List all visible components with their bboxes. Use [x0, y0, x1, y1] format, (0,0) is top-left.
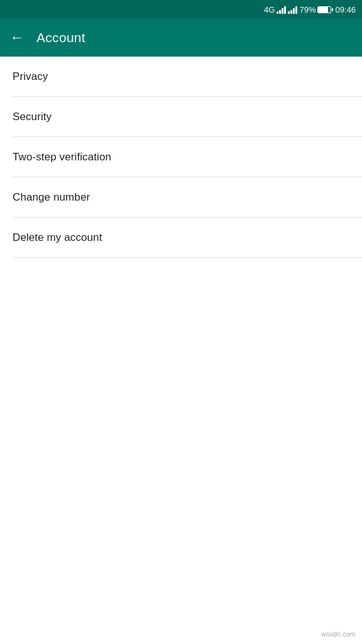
menu-item-privacy[interactable]: Privacy — [0, 57, 362, 97]
status-bar: 4G 79% 09:46 — [0, 0, 362, 19]
menu-list: Privacy Security Two-step verification C… — [0, 57, 362, 258]
signal-icon-1 — [277, 5, 286, 14]
watermark: wsxdn.com — [321, 630, 356, 638]
page-title: Account — [36, 30, 85, 45]
signal-icon-2 — [288, 5, 297, 14]
menu-item-label-two-step: Two-step verification — [13, 151, 111, 164]
menu-item-label-change-number: Change number — [13, 191, 90, 204]
app-bar: ← Account — [0, 19, 362, 57]
menu-item-two-step-verification[interactable]: Two-step verification — [0, 137, 362, 177]
menu-item-label-delete-account: Delete my account — [13, 231, 102, 244]
menu-item-label-privacy: Privacy — [13, 70, 48, 83]
back-arrow-icon[interactable]: ← — [10, 30, 24, 46]
menu-item-delete-account[interactable]: Delete my account — [0, 218, 362, 258]
network-label: 4G — [264, 5, 275, 14]
status-icons: 4G 79% 09:46 — [264, 5, 356, 14]
menu-item-change-number[interactable]: Change number — [0, 177, 362, 218]
battery-icon — [317, 6, 333, 13]
menu-item-security[interactable]: Security — [0, 97, 362, 137]
clock: 09:46 — [335, 5, 356, 14]
menu-item-label-security: Security — [13, 111, 52, 123]
back-button[interactable]: ← — [10, 30, 24, 46]
battery-percentage: 79% — [299, 5, 315, 14]
